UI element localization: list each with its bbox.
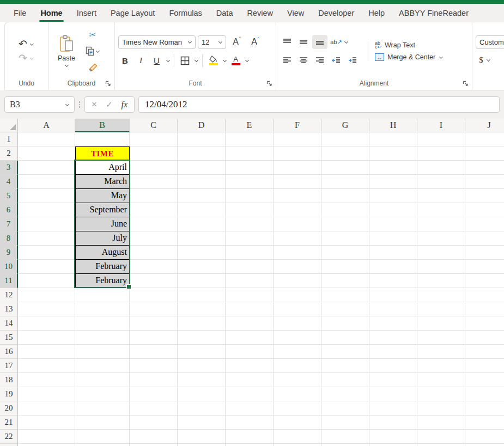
tab-developer[interactable]: Developer bbox=[311, 4, 361, 22]
cell-A23[interactable] bbox=[18, 444, 75, 446]
cell-H18[interactable] bbox=[369, 373, 417, 387]
cell-A11[interactable] bbox=[18, 274, 75, 288]
column-header-A[interactable]: A bbox=[18, 119, 75, 132]
cell-H1[interactable] bbox=[369, 132, 417, 146]
chevron-down-icon[interactable] bbox=[194, 58, 198, 63]
tab-abbyy-finereader[interactable]: ABBYY FineReader bbox=[392, 4, 476, 22]
cell-H6[interactable] bbox=[369, 203, 417, 217]
cell-C4[interactable] bbox=[130, 175, 178, 189]
format-painter-button[interactable] bbox=[84, 61, 101, 74]
cell-B7[interactable]: June bbox=[75, 217, 130, 231]
italic-button[interactable]: I bbox=[134, 53, 148, 68]
cell-D23[interactable] bbox=[178, 444, 226, 446]
chevron-down-icon[interactable] bbox=[166, 58, 170, 63]
bold-button[interactable]: B bbox=[118, 53, 132, 68]
copy-button[interactable] bbox=[84, 45, 101, 58]
cell-B14[interactable] bbox=[75, 316, 130, 331]
cell-J11[interactable] bbox=[465, 274, 504, 288]
select-all-button[interactable] bbox=[0, 119, 18, 132]
cell-G23[interactable] bbox=[321, 444, 369, 446]
number-format-select[interactable]: Custom bbox=[476, 35, 504, 49]
cell-J2[interactable] bbox=[465, 146, 504, 161]
cell-C3[interactable] bbox=[130, 161, 178, 175]
tab-help[interactable]: Help bbox=[361, 4, 392, 22]
fill-handle[interactable] bbox=[126, 284, 131, 289]
cell-G18[interactable] bbox=[321, 373, 369, 387]
tab-data[interactable]: Data bbox=[209, 4, 240, 22]
cell-C7[interactable] bbox=[130, 217, 178, 231]
decrease-font-size-button[interactable]: Aˇ bbox=[247, 35, 263, 49]
middle-align-button[interactable] bbox=[296, 35, 311, 49]
row-header-6[interactable]: 6 bbox=[0, 203, 18, 217]
cell-D18[interactable] bbox=[178, 373, 226, 387]
cell-A7[interactable] bbox=[18, 217, 75, 231]
cell-D4[interactable] bbox=[178, 175, 226, 189]
font-size-select[interactable]: 12 bbox=[198, 35, 226, 49]
increase-indent-button[interactable] bbox=[345, 53, 360, 68]
cell-F14[interactable] bbox=[274, 316, 321, 331]
cell-G3[interactable] bbox=[321, 161, 369, 175]
cell-E11[interactable] bbox=[226, 274, 274, 288]
cell-C8[interactable] bbox=[130, 231, 178, 246]
cell-J8[interactable] bbox=[465, 231, 504, 246]
cell-I13[interactable] bbox=[417, 302, 465, 316]
cell-D9[interactable] bbox=[178, 246, 226, 260]
cell-B16[interactable] bbox=[75, 345, 130, 359]
cell-E17[interactable] bbox=[226, 359, 274, 373]
enter-icon[interactable]: ✓ bbox=[106, 100, 113, 109]
cell-F7[interactable] bbox=[274, 217, 321, 231]
cell-E3[interactable] bbox=[226, 161, 274, 175]
bottom-align-button[interactable] bbox=[312, 35, 327, 49]
cell-J6[interactable] bbox=[465, 203, 504, 217]
cell-B17[interactable] bbox=[75, 359, 130, 373]
cell-G7[interactable] bbox=[321, 217, 369, 231]
cell-A12[interactable] bbox=[18, 288, 75, 302]
cell-I10[interactable] bbox=[417, 260, 465, 274]
cell-H2[interactable] bbox=[369, 146, 417, 161]
cell-B1[interactable] bbox=[75, 132, 130, 146]
cell-A4[interactable] bbox=[18, 175, 75, 189]
column-header-F[interactable]: F bbox=[274, 119, 321, 132]
cell-D1[interactable] bbox=[178, 132, 226, 146]
cell-I8[interactable] bbox=[417, 231, 465, 246]
cell-A2[interactable] bbox=[18, 146, 75, 161]
cell-H11[interactable] bbox=[369, 274, 417, 288]
column-header-B[interactable]: B bbox=[75, 119, 130, 132]
cell-C16[interactable] bbox=[130, 345, 178, 359]
cell-F5[interactable] bbox=[274, 189, 321, 203]
cell-B12[interactable] bbox=[75, 288, 130, 302]
cell-J23[interactable] bbox=[465, 444, 504, 446]
cell-B19[interactable] bbox=[75, 387, 130, 401]
cell-H9[interactable] bbox=[369, 246, 417, 260]
cell-J7[interactable] bbox=[465, 217, 504, 231]
tab-formulas[interactable]: Formulas bbox=[162, 4, 209, 22]
cell-F12[interactable] bbox=[274, 288, 321, 302]
cell-F6[interactable] bbox=[274, 203, 321, 217]
align-center-button[interactable] bbox=[296, 53, 311, 68]
cell-H8[interactable] bbox=[369, 231, 417, 246]
cell-J14[interactable] bbox=[465, 316, 504, 331]
cell-E19[interactable] bbox=[226, 387, 274, 401]
merge-center-button[interactable]: ↔ Merge & Center bbox=[375, 53, 443, 61]
undo-button[interactable]: ↶ bbox=[19, 39, 34, 49]
cell-E16[interactable] bbox=[226, 345, 274, 359]
cell-J4[interactable] bbox=[465, 175, 504, 189]
cell-G13[interactable] bbox=[321, 302, 369, 316]
alignment-dialog-launcher-icon[interactable] bbox=[463, 81, 469, 87]
cell-I22[interactable] bbox=[417, 430, 465, 444]
cell-F3[interactable] bbox=[274, 161, 321, 175]
cell-B10[interactable]: February bbox=[75, 260, 130, 274]
cell-G22[interactable] bbox=[321, 430, 369, 444]
cell-C10[interactable] bbox=[130, 260, 178, 274]
column-header-E[interactable]: E bbox=[226, 119, 274, 132]
cell-A6[interactable] bbox=[18, 203, 75, 217]
cell-H22[interactable] bbox=[369, 430, 417, 444]
cell-C19[interactable] bbox=[130, 387, 178, 401]
row-header-23[interactable] bbox=[0, 444, 18, 446]
cell-B8[interactable]: July bbox=[75, 231, 130, 246]
cell-G19[interactable] bbox=[321, 387, 369, 401]
cell-D13[interactable] bbox=[178, 302, 226, 316]
cell-B4[interactable]: March bbox=[75, 175, 130, 189]
cell-G6[interactable] bbox=[321, 203, 369, 217]
cell-C6[interactable] bbox=[130, 203, 178, 217]
